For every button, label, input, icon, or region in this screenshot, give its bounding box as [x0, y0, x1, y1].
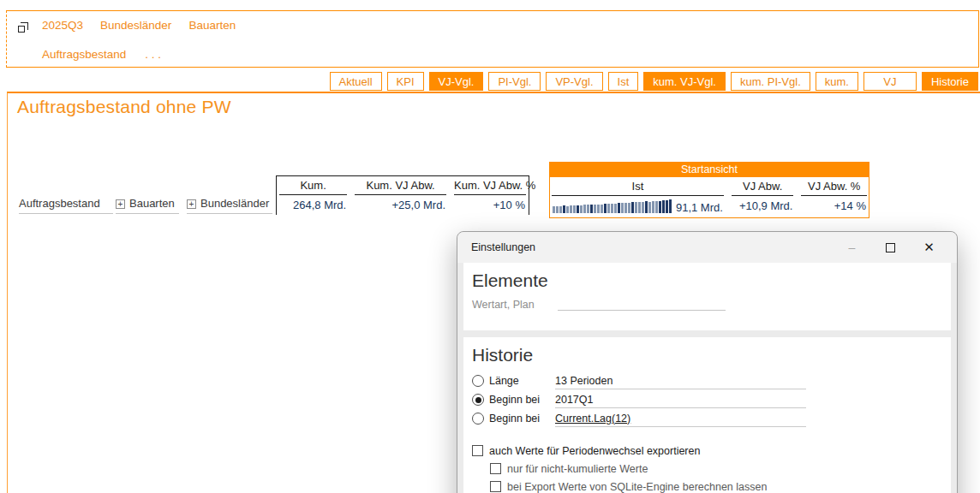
breadcrumb-ellipsis[interactable]: . . . [145, 48, 161, 61]
tab-ist[interactable]: Ist [608, 72, 639, 91]
radio-beginn-bei-dynamisch[interactable] [472, 413, 484, 425]
sparkline-bar [597, 205, 600, 213]
window-controls: – ✕ [833, 235, 948, 260]
sparkline-bar [563, 205, 565, 213]
breadcrumb-period[interactable]: 2025Q3 [42, 19, 83, 32]
checkbox-sqlite[interactable] [490, 481, 501, 492]
startansicht-band: Startansicht [550, 162, 869, 177]
tab-kpi[interactable]: KPI [387, 72, 424, 91]
close-icon[interactable]: ✕ [910, 235, 948, 260]
sparkline-bar [611, 204, 613, 213]
checkbox-nicht-kumuliert[interactable] [490, 463, 501, 474]
dialog-title: Einstellungen [471, 241, 535, 253]
column-header-vj-abw-pct[interactable]: VJ Abw. % [801, 177, 867, 196]
historie-section: Historie Länge 13 Perioden Beginn bei 20… [463, 337, 951, 493]
sparkline-bar [594, 205, 596, 213]
sparkline-bar [662, 200, 665, 213]
settings-dialog: Einstellungen – ✕ Elemente Wertart, Plan… [457, 231, 958, 493]
checkbox-periodenwechsel[interactable] [472, 445, 483, 456]
laenge-value-field[interactable]: 13 Perioden [555, 373, 806, 389]
sparkline-bar [604, 204, 607, 213]
tab-aktuell[interactable]: Aktuell [330, 72, 382, 91]
radio-laenge[interactable] [472, 375, 484, 387]
tab-kum[interactable]: kum. [816, 72, 858, 91]
dialog-titlebar[interactable]: Einstellungen – ✕ [457, 232, 957, 263]
option-beginn-bei-dynamisch: Beginn bei Current.Lag(12) [472, 409, 951, 428]
sparkline-bar [645, 201, 648, 213]
sparkline-bar [618, 203, 620, 213]
view-tabbar: AktuellKPIVJ-Vgl.PI-Vgl.VP-Vgl.Istkum. V… [330, 72, 978, 91]
sparkline-bar [553, 206, 555, 213]
tab-kum-vj-vgl[interactable]: kum. VJ-Vgl. [643, 72, 726, 91]
sparkline-bar [642, 202, 644, 213]
checkbox-sqlite-label: bei Export Werte von SQLite-Engine berec… [507, 481, 767, 493]
radio-beginn-bei-fest[interactable] [472, 394, 484, 406]
tab-pi-vgl[interactable]: PI-Vgl. [488, 72, 541, 91]
checkbox-row-nicht-kumuliert: nur für nicht-kumulierte Werte [490, 460, 951, 478]
sparkline-bar [666, 200, 668, 213]
breadcrumb-measure[interactable]: Auftragsbestand [42, 48, 126, 61]
tab-kum-pi-vgl[interactable]: kum. PI-Vgl. [731, 72, 810, 91]
maximize-icon[interactable] [871, 235, 910, 260]
cell-vj-abw-pct-value: +14 % [801, 196, 867, 216]
row-label-bauarten[interactable]: +Bauarten [116, 197, 179, 214]
column-header-ist[interactable]: Ist [552, 177, 724, 196]
breadcrumb: 2025Q3 Bundesländer Bauarten [42, 19, 236, 32]
minimize-icon[interactable]: – [833, 235, 871, 260]
wertart-plan-input[interactable] [558, 297, 726, 311]
kum-column-group: Kum. 264,8 Mrd. Kum. VJ Abw. +25,0 Mrd. … [276, 175, 529, 215]
breadcrumb-box: 2025Q3 Bundesländer Bauarten Auftragsbes… [6, 10, 979, 68]
ist-sparkline [553, 199, 672, 213]
tab-vp-vgl[interactable]: VP-Vgl. [546, 72, 602, 91]
tab-vj-vgl[interactable]: VJ-Vgl. [429, 72, 484, 91]
cell-vj-abw-value: +10,9 Mrd. [732, 196, 794, 216]
sparkline-bar [652, 201, 654, 213]
sparkline-bar [669, 199, 672, 213]
sparkline-bar [570, 205, 572, 213]
startansicht-column-group: Startansicht Ist 91,1 Mrd. VJ Abw. +10,9… [549, 162, 869, 218]
sparkline-bar [566, 206, 569, 213]
sparkline-bar [648, 202, 651, 213]
sparkline-bar [614, 204, 617, 213]
cell-kum-vj-abw-value: +25,0 Mrd. [355, 195, 446, 215]
column-header-kum-vj-abw-pct[interactable]: Kum. VJ Abw. % [454, 176, 526, 195]
elemente-heading: Elemente [472, 270, 951, 291]
restore-window-icon[interactable] [18, 22, 28, 33]
sparkline-bar [631, 202, 634, 213]
tab-historie[interactable]: Historie [922, 72, 978, 91]
column-header-vj-abw[interactable]: VJ Abw. [732, 177, 794, 196]
sparkline-bar [659, 201, 661, 213]
expand-plus-icon[interactable]: + [187, 199, 196, 209]
sparkline-bar [587, 205, 589, 213]
breadcrumb-bauarten[interactable]: Bauarten [188, 19, 236, 32]
dimension-label[interactable]: Bundesländer [200, 197, 269, 210]
sparkline-bar [638, 202, 641, 213]
row-label-measure[interactable]: Auftragsbestand [19, 197, 113, 214]
wertart-plan-label: Wertart, Plan [472, 299, 558, 311]
report-title: Auftragsbestand ohne PW [17, 97, 231, 117]
column-header-kum[interactable]: Kum. [279, 176, 347, 195]
column-header-kum-vj-abw[interactable]: Kum. VJ Abw. [355, 176, 446, 195]
checkbox-row-sqlite: bei Export Werte von SQLite-Engine berec… [490, 478, 951, 493]
sparkline-bar [624, 203, 627, 213]
beginn-bei-dynamisch-value-link[interactable]: Current.Lag(12) [555, 411, 806, 427]
elemente-section: Elemente Wertart, Plan [463, 263, 951, 330]
option-beginn-bei-fest-label: Beginn bei [489, 394, 555, 406]
dimension-label[interactable]: Bauarten [129, 197, 175, 210]
sparkline-bar [590, 205, 593, 213]
sparkline-bar [655, 201, 658, 213]
sparkline-bar [635, 202, 637, 213]
expand-plus-icon[interactable]: + [116, 199, 125, 209]
sparkline-bar [559, 206, 562, 213]
report-top-rule [7, 92, 980, 93]
beginn-bei-fest-value-field[interactable]: 2017Q1 [555, 392, 806, 408]
sparkline-bar [583, 205, 586, 213]
breadcrumb-bundeslaender[interactable]: Bundesländer [100, 19, 171, 32]
row-label-bundeslaender[interactable]: +Bundesländer [187, 197, 272, 214]
sparkline-bar [607, 204, 610, 213]
sparkline-bar [556, 206, 559, 213]
report-left-rule [7, 92, 8, 493]
cell-kum-vj-abw-pct-value: +10 % [454, 195, 526, 215]
option-beginn-bei-fest: Beginn bei 2017Q1 [472, 390, 951, 409]
tab-vj[interactable]: VJ [863, 72, 917, 91]
